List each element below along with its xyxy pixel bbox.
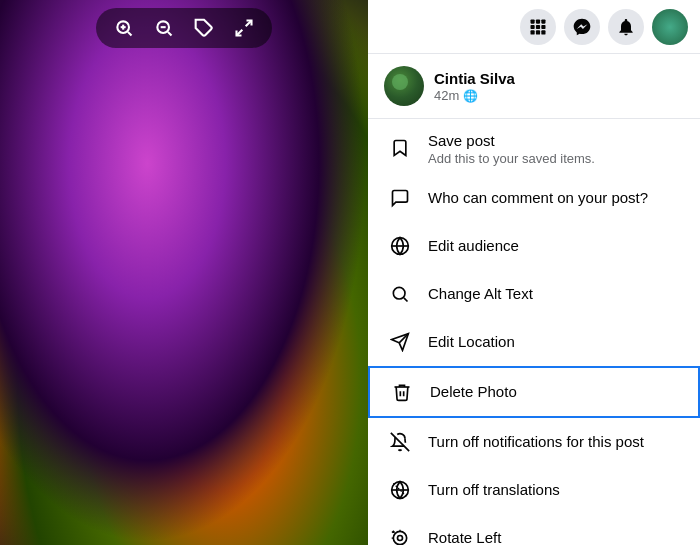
menu-item-edit-location[interactable]: Edit Location: [368, 318, 700, 366]
svg-rect-12: [541, 19, 545, 23]
comment-icon: [384, 182, 416, 214]
bell-off-icon: [384, 426, 416, 458]
location-icon: [384, 326, 416, 358]
apps-icon[interactable]: [520, 9, 556, 45]
menu-item-comment-audience[interactable]: Who can comment on your post?: [368, 174, 700, 222]
avatar: [384, 66, 424, 106]
comment-audience-text: Who can comment on your post?: [428, 188, 648, 208]
globe-icon: [384, 230, 416, 262]
rotate-left-text: Rotate Left: [428, 528, 501, 545]
save-post-label: Save post: [428, 131, 595, 151]
photo-panel: [0, 0, 368, 545]
user-meta: 42m 🌐: [434, 88, 515, 103]
svg-rect-10: [531, 19, 535, 23]
post-time: 42m: [434, 88, 459, 103]
turn-off-translations-text: Turn off translations: [428, 480, 560, 500]
user-name: Cintia Silva: [434, 69, 515, 89]
edit-location-label: Edit Location: [428, 332, 515, 352]
menu-item-save-post[interactable]: Save post Add this to your saved items.: [368, 123, 700, 174]
svg-line-25: [391, 432, 409, 450]
svg-point-21: [393, 287, 405, 299]
svg-rect-18: [541, 30, 545, 34]
comment-audience-label: Who can comment on your post?: [428, 188, 648, 208]
delete-photo-text: Delete Photo: [430, 382, 517, 402]
edit-audience-label: Edit audience: [428, 236, 519, 256]
trash-icon: [386, 376, 418, 408]
search-icon: [384, 278, 416, 310]
top-header: [368, 0, 700, 54]
svg-rect-17: [536, 30, 540, 34]
svg-point-30: [398, 535, 403, 540]
menu-divider: [368, 118, 700, 119]
svg-rect-15: [541, 24, 545, 28]
menu-list: Save post Add this to your saved items. …: [368, 123, 700, 545]
privacy-icon: 🌐: [463, 89, 478, 103]
svg-rect-14: [536, 24, 540, 28]
edit-location-text: Edit Location: [428, 332, 515, 352]
save-post-text: Save post Add this to your saved items.: [428, 131, 595, 166]
tag-icon[interactable]: [190, 14, 218, 42]
user-details: Cintia Silva 42m 🌐: [434, 69, 515, 104]
svg-line-1: [128, 32, 132, 36]
change-alt-text-text: Change Alt Text: [428, 284, 533, 304]
menu-item-edit-audience[interactable]: Edit audience: [368, 222, 700, 270]
change-alt-text-label: Change Alt Text: [428, 284, 533, 304]
menu-item-turn-off-translations[interactable]: Turn off translations: [368, 466, 700, 514]
rotate-left-icon: [384, 522, 416, 546]
turn-off-notifications-text: Turn off notifications for this post: [428, 432, 644, 452]
bookmark-icon: [384, 132, 416, 164]
notifications-icon[interactable]: [608, 9, 644, 45]
turn-off-notifications-label: Turn off notifications for this post: [428, 432, 644, 452]
photo-background: [0, 0, 368, 545]
user-info: Cintia Silva 42m 🌐: [368, 54, 700, 114]
svg-rect-16: [531, 30, 535, 34]
svg-point-29: [393, 531, 406, 544]
svg-line-5: [168, 32, 172, 36]
zoom-out-icon[interactable]: [150, 14, 178, 42]
photo-toolbar: [96, 8, 272, 48]
profile-avatar[interactable]: [652, 9, 688, 45]
svg-rect-13: [531, 24, 535, 28]
messenger-icon[interactable]: [564, 9, 600, 45]
menu-item-turn-off-notifications[interactable]: Turn off notifications for this post: [368, 418, 700, 466]
zoom-in-icon[interactable]: [110, 14, 138, 42]
turn-off-translations-label: Turn off translations: [428, 480, 560, 500]
edit-audience-text: Edit audience: [428, 236, 519, 256]
svg-line-22: [404, 297, 408, 301]
menu-item-delete-photo[interactable]: Delete Photo: [368, 366, 700, 418]
expand-icon[interactable]: [230, 14, 258, 42]
delete-photo-label: Delete Photo: [430, 382, 517, 402]
globe-cross-icon: [384, 474, 416, 506]
right-panel: Cintia Silva 42m 🌐 Save post Add this to…: [368, 0, 700, 545]
menu-item-rotate-left[interactable]: Rotate Left: [368, 514, 700, 546]
menu-item-change-alt-text[interactable]: Change Alt Text: [368, 270, 700, 318]
svg-rect-11: [536, 19, 540, 23]
rotate-left-label: Rotate Left: [428, 528, 501, 545]
save-post-sublabel: Add this to your saved items.: [428, 151, 595, 166]
